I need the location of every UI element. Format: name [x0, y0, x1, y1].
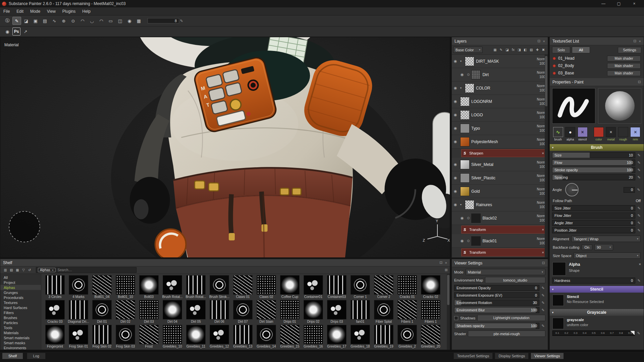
shelf-item[interactable]: Dirt 05 [184, 300, 208, 325]
layer-blend-mode[interactable]: Norm [532, 124, 545, 128]
menu-item[interactable]: File [0, 7, 13, 15]
main-shader-button[interactable]: Main shader [607, 70, 641, 76]
textureset-row[interactable]: 01_Head Main shader [550, 55, 644, 62]
layer-row[interactable]: ◉ ▾ ⊙ S Transform × [461, 226, 546, 234]
layer-opacity[interactable]: 100 [532, 241, 545, 245]
shelf-item[interactable]: Greebles_19 [372, 325, 395, 350]
maximize-button[interactable]: ▢ [611, 0, 627, 7]
layer-blend-mode[interactable]: Norm [532, 57, 545, 61]
shelf-item[interactable]: Container03 [325, 275, 348, 300]
alpha-resource-thumbnail[interactable] [116, 325, 135, 344]
panel-close-icon[interactable]: × [445, 261, 447, 265]
angle-value[interactable]: 0 [624, 187, 635, 193]
solo-button[interactable]: Solo [552, 47, 570, 53]
layer-blend-mode[interactable]: Norm [532, 97, 545, 102]
channel-thumbnail[interactable] [618, 127, 628, 137]
layer-row[interactable]: ◉ ▾ ⊙ S Silver_Metal Norm 100 × [452, 158, 548, 171]
alpha-resource-thumbnail[interactable] [92, 300, 112, 319]
group-expand-icon[interactable]: ▾ [460, 86, 463, 89]
visibility-eye-icon[interactable]: ◉ [454, 113, 459, 117]
visibility-eye-icon[interactable]: ◉ [454, 189, 459, 193]
toolbar-tool-button[interactable]: ✎ [12, 17, 21, 25]
alpha-resource-thumbnail[interactable] [304, 275, 323, 295]
channel-filter-dropdown[interactable]: Base Color ▾ [453, 47, 483, 53]
shelf-item[interactable]: Drips 01 [278, 300, 302, 325]
brush-slider[interactable]: Stroke opacity 100 ✎ [552, 167, 641, 173]
size-expression-icon[interactable]: ✎ [179, 19, 184, 23]
follow-path-value[interactable]: Off [636, 199, 641, 203]
remove-effect-icon[interactable]: × [542, 250, 544, 254]
alpha-resource-thumbnail[interactable] [327, 300, 346, 319]
layer-opacity[interactable]: 100 [532, 191, 545, 196]
visibility-eye-icon[interactable]: ◉ [454, 86, 459, 90]
alpha-resource-thumbnail[interactable] [69, 300, 88, 319]
bottom-dock-tab[interactable]: Shelf [2, 353, 23, 359]
layer-row[interactable]: ◉ ▾ ⊙ S Sharpen × [461, 149, 546, 157]
shelf-item[interactable]: Container01 [302, 275, 325, 300]
visibility-eye-icon[interactable]: ◉ [454, 162, 459, 167]
alpha-resource-thumbnail[interactable] [397, 325, 417, 344]
visibility-eye-icon[interactable]: ◉ [461, 239, 465, 243]
shelf-category[interactable]: Materials [0, 330, 41, 335]
channel-toggle[interactable]: × nrm [630, 127, 641, 141]
layer-blend-mode[interactable]: Norm [532, 160, 545, 165]
search-filter-chip[interactable]: Alphas × [38, 268, 56, 272]
shelf-item[interactable]: Cracks 01 [395, 275, 419, 300]
stencil-thumbnail[interactable] [552, 295, 564, 306]
shelf-item[interactable]: Cracks 03 [43, 300, 67, 325]
expression-pencil-icon[interactable]: ✎ [637, 214, 641, 218]
channel-toggle[interactable]: color [593, 127, 604, 141]
alpha-resource-thumbnail[interactable] [210, 300, 229, 319]
group-expand-icon[interactable]: ▾ [460, 203, 463, 206]
grayscale-thumbnail[interactable] [552, 318, 564, 329]
alpha-resource-thumbnail[interactable] [397, 275, 417, 295]
toolbar-tool-button[interactable]: ▦ [135, 17, 143, 25]
shelf-item[interactable]: Greebles_18 [348, 325, 372, 350]
shelf-item[interactable]: Brush Strok... [208, 275, 231, 300]
alpha-resource-thumbnail[interactable] [186, 275, 206, 295]
alpha-resource-thumbnail[interactable] [139, 275, 159, 295]
shelf-category[interactable]: Hard Surfaces [0, 305, 41, 310]
shelf-item[interactable]: Cracks 02 [419, 275, 442, 300]
hardness-slider[interactable]: Hardness 0 ✎ [552, 278, 641, 284]
shelf-toolbar-icon[interactable]: ▦ [14, 267, 20, 273]
layer-blend-mode[interactable]: Norm [532, 111, 545, 115]
shelf-category[interactable]: Particles [0, 320, 41, 325]
toolbar-mode-button[interactable]: ◉ [3, 27, 12, 36]
settings-dock-tab[interactable]: Viewer Settings [531, 353, 564, 359]
layer-row[interactable]: ◉ ▾ ⊙ S Typo Norm 100 × [452, 122, 548, 135]
layer-blend-mode[interactable]: Norm [532, 187, 545, 191]
shelf-item[interactable]: Frog Skin 01 [67, 325, 90, 350]
shelf-toolbar-icon[interactable]: ▧ [8, 267, 14, 273]
toolbar-tool-button[interactable]: ∿ [50, 17, 59, 25]
shelf-item[interactable]: Claws 02 [255, 275, 278, 300]
toolbar-tool-button[interactable]: ◉ [125, 17, 134, 25]
alpha-resource-thumbnail[interactable] [327, 275, 346, 295]
visibility-eye-icon[interactable]: ◉ [454, 99, 459, 104]
alpha-resource-thumbnail[interactable] [257, 325, 276, 344]
alpha-resource-thumbnail[interactable] [327, 325, 346, 344]
expression-pencil-icon[interactable]: ✎ [541, 308, 545, 312]
material-preview-sphere[interactable] [598, 88, 641, 124]
layer-opacity[interactable]: 100 [532, 142, 545, 146]
environment-slider[interactable]: Environment Opacity 0 ✎ [454, 285, 545, 291]
alpha-resource-thumbnail[interactable] [257, 300, 276, 319]
shelf-category[interactable]: Project [0, 280, 41, 285]
layer-opacity[interactable]: 100 [532, 218, 545, 223]
alpha-resource-thumbnail[interactable] [45, 325, 65, 344]
textureset-row[interactable]: 02_Body Main shader [550, 62, 644, 69]
alpha-resource-thumbnail[interactable] [233, 275, 253, 295]
textureset-row[interactable]: 03_Base Main shader [550, 69, 644, 77]
viewer-mode-dropdown[interactable]: Material ▾ [466, 269, 545, 275]
layer-row[interactable]: ◉ ▾ ⊙ S Norm × [452, 257, 548, 258]
alpha-resource-thumbnail[interactable] [304, 325, 323, 344]
all-button[interactable]: All [572, 47, 590, 53]
layers-toolbar-icon[interactable]: ✎ [498, 47, 504, 53]
layers-toolbar-icon[interactable]: ▦ [492, 47, 498, 53]
layers-toolbar-icon[interactable]: ✚ [534, 47, 540, 53]
layer-blend-mode[interactable]: Norm [532, 174, 545, 178]
shelf-item[interactable]: Fibers 1 [395, 300, 419, 325]
expression-pencil-icon[interactable]: ✎ [541, 286, 545, 290]
layer-row[interactable]: ◉ ▾ ⊙ S Transform × [461, 248, 546, 256]
shelf-item[interactable]: Dirt 03 [137, 300, 161, 325]
